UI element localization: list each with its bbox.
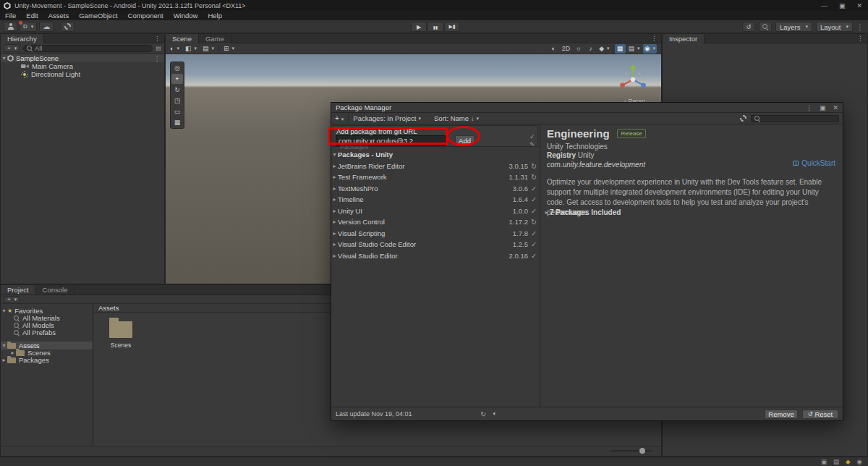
tab-hierarchy[interactable]: Hierarchy [1, 34, 44, 43]
reset-button[interactable]: ↺Reset [802, 410, 838, 419]
pm-settings-gear-icon[interactable] [740, 115, 746, 122]
status-bar-icon[interactable]: ◉ [857, 458, 862, 465]
pm-menu-icon[interactable]: ⋮ [806, 104, 812, 111]
pm-maximize-icon[interactable]: ▣ [820, 104, 826, 111]
menu-edit[interactable]: Edit [21, 11, 43, 20]
package-row[interactable]: ▸Visual Studio Editor2.0.16✓ [331, 250, 540, 261]
asset-label: Scenes [104, 342, 137, 349]
pm-filter-dropdown[interactable]: Packages: In Project▾ [353, 114, 421, 122]
foldout-icon[interactable]: ▾ [1, 308, 7, 314]
pm-add-button[interactable]: +▾ [335, 114, 344, 122]
layers-dropdown[interactable]: Layers▾ [775, 22, 812, 32]
package-row[interactable]: ▸Unity UI1.0.0✓ [331, 206, 540, 216]
scene-row[interactable]: ▾ SampleScene ⋮ [1, 54, 164, 62]
search-everything-button[interactable] [759, 22, 772, 32]
gizmos-toggle[interactable]: ◉▾ [643, 44, 657, 54]
pm-search-input[interactable] [751, 115, 839, 122]
foldout-icon[interactable]: ▸ [9, 350, 16, 356]
inspector-menu-icon[interactable]: ⋮ [857, 35, 864, 42]
scale-tool[interactable]: ◳ [171, 96, 183, 106]
rect-tool[interactable]: ▭ [171, 106, 183, 116]
tab-console[interactable]: Console [36, 285, 75, 295]
pm-sort-dropdown[interactable]: Sort: Name ↓▾ [434, 114, 479, 122]
tab-project[interactable]: Project [1, 285, 36, 295]
pm-section-header[interactable]: ▾ Packages - Unity [331, 149, 540, 160]
package-row[interactable]: ▸Visual Scripting1.7.8✓ [331, 228, 540, 239]
menu-help[interactable]: Help [203, 11, 227, 20]
transform-tool[interactable]: ▦ [171, 117, 183, 127]
package-row[interactable]: ▸Visual Studio Code Editor1.2.5✓ [331, 239, 540, 250]
status-bar-icon[interactable]: ◆ [846, 458, 851, 465]
play-button[interactable]: ▶ [411, 22, 427, 32]
pan-tool[interactable]: ◎ [171, 63, 183, 73]
package-row[interactable]: ▸Version Control1.17.2↻ [331, 216, 540, 227]
hierarchy-item-directional-light[interactable]: Directional Light [1, 70, 164, 78]
debug-dropdown[interactable]: ▤▾ [201, 44, 216, 54]
minimize-button[interactable]: — [821, 2, 827, 9]
foldout-icon[interactable]: ▾ [1, 55, 7, 62]
cloud-button[interactable]: ☁ [39, 22, 54, 32]
packages-included-foldout[interactable]: ▸ 7 Packages Included [543, 208, 621, 216]
menu-file[interactable]: File [0, 11, 21, 20]
packages-root-row[interactable]: ▸ Packages [1, 356, 93, 364]
menu-component[interactable]: Component [123, 11, 169, 20]
tab-inspector[interactable]: Inspector [663, 34, 705, 43]
quickstart-button[interactable]: QuickStart [793, 159, 835, 167]
layout-dropdown[interactable]: Layout▾ [816, 22, 853, 32]
hidden-objects-toggle[interactable]: ▦ [615, 44, 626, 54]
shading-dropdown[interactable]: ◧▾ [184, 44, 198, 54]
chevron-down-icon[interactable]: ▾ [493, 411, 495, 417]
package-row[interactable]: ▸Timeline1.6.4✓ [331, 194, 540, 205]
foldout-icon[interactable]: ▾ [1, 342, 7, 349]
pm-close-icon[interactable]: ✕ [833, 104, 838, 111]
grid-visibility-dropdown[interactable]: ⊞▾ [222, 44, 236, 54]
scene-orientation-gizmo[interactable] [616, 63, 650, 96]
hierarchy-menu-icon[interactable]: ⋮ [154, 35, 161, 42]
asset-tile-scenes[interactable]: Scenes [104, 321, 137, 349]
package-row[interactable]: ▸Test Framework1.1.31↻ [331, 171, 540, 182]
remove-button[interactable]: Remove [765, 410, 798, 419]
hierarchy-filter-icon[interactable]: ▤ [156, 45, 161, 51]
account-button[interactable] [4, 22, 17, 32]
feature-author[interactable]: Unity Technologies [547, 143, 608, 151]
scene-menu-icon[interactable]: ⋮ [651, 35, 658, 42]
scene-options-icon[interactable]: ⋮ [154, 54, 165, 62]
tab-game[interactable]: Game [199, 34, 231, 43]
slider-knob[interactable] [639, 448, 645, 454]
menu-gameobject[interactable]: GameObject [74, 11, 122, 20]
favorite-all-prefabs[interactable]: All Prefabs [1, 329, 93, 336]
services-button[interactable] [61, 22, 75, 32]
thumbnail-zoom-slider[interactable] [610, 450, 652, 452]
toolbar-more-icon[interactable]: ⋮ [856, 23, 864, 31]
step-button[interactable]: ▶▮ [444, 22, 460, 32]
hierarchy-search-input[interactable]: All [23, 45, 153, 52]
render-doc-icon[interactable]: ◐ [548, 44, 559, 54]
pause-button[interactable]: ▮▮ [427, 22, 443, 32]
status-bar-icon[interactable]: ▣ [821, 458, 827, 465]
menu-window[interactable]: Window [169, 11, 203, 20]
undo-history-button[interactable]: ↺ [742, 22, 755, 32]
hierarchy-create-button[interactable]: +▾ [4, 44, 20, 52]
packages-label: Packages [19, 356, 49, 364]
effects-dropdown[interactable]: ◆▾ [597, 44, 610, 54]
menu-assets[interactable]: Assets [43, 11, 75, 20]
close-button[interactable]: ✕ [856, 2, 862, 9]
scene-audio-toggle[interactable]: ♪ [585, 44, 596, 54]
package-row[interactable]: ▸TextMeshPro3.0.6✓ [331, 183, 540, 194]
package-row[interactable]: ▸JetBrains Rider Editor3.0.15↻ [331, 161, 540, 171]
move-tool[interactable]: + [171, 74, 183, 84]
maximize-button[interactable]: ▣ [839, 2, 846, 9]
2d-toggle[interactable]: 2D [561, 44, 572, 54]
foldout-icon[interactable]: ▸ [1, 357, 7, 363]
refresh-icon[interactable]: ↻ [480, 410, 486, 418]
tab-scene[interactable]: Scene [166, 34, 199, 43]
account-dropdown[interactable]: D ▾ [20, 22, 37, 32]
rotate-tool[interactable]: ↻ [171, 85, 183, 95]
hierarchy-item-main-camera[interactable]: Main Camera [1, 62, 164, 70]
scene-lighting-toggle[interactable]: ☼ [573, 44, 584, 54]
draw-mode-dropdown[interactable]: ◐▾ [169, 44, 181, 54]
status-bar-icon[interactable]: ▤ [833, 458, 839, 465]
add-git-button[interactable]: Add [455, 135, 475, 145]
camera-settings-dropdown[interactable]: ▤▾ [627, 44, 642, 54]
project-create-button[interactable]: +▾ [4, 296, 20, 303]
